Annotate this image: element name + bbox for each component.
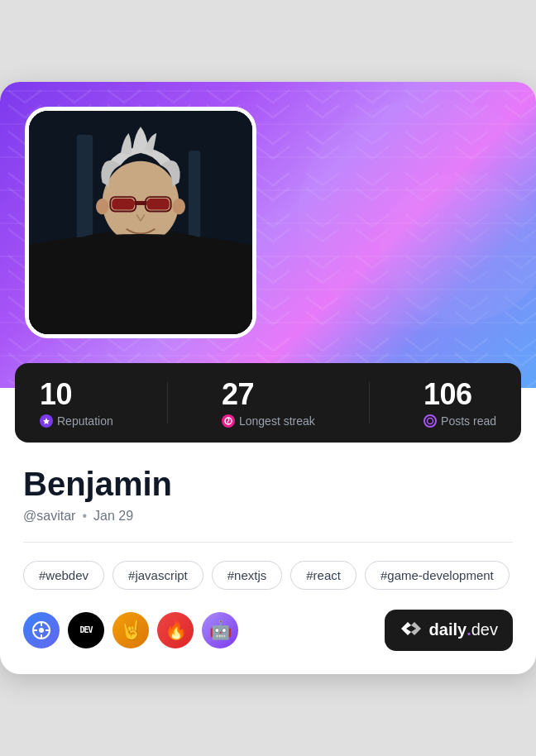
svg-point-15 <box>173 199 185 214</box>
daily-dev-text: daily.dev <box>429 620 498 639</box>
badge-horns: 🤘 <box>112 612 149 648</box>
svg-rect-9 <box>147 199 170 210</box>
hero-banner <box>0 82 536 388</box>
stat-posts: 106 Posts read <box>424 378 496 428</box>
daily-dev-suffix: dev <box>471 620 498 639</box>
posts-icon <box>424 414 437 428</box>
svg-point-14 <box>96 199 108 214</box>
reputation-value: 10 <box>40 378 72 411</box>
reputation-label-text: Reputation <box>57 414 113 428</box>
avatar-image <box>29 111 252 334</box>
reputation-icon <box>40 414 53 428</box>
streak-label: Longest streak <box>222 414 315 428</box>
tag-item[interactable]: #javascript <box>112 561 203 590</box>
svg-point-19 <box>39 628 44 633</box>
profile-divider <box>23 542 513 543</box>
streak-value: 27 <box>222 378 254 411</box>
svg-rect-8 <box>112 199 134 210</box>
svg-rect-5 <box>189 151 200 278</box>
svg-rect-4 <box>77 135 93 279</box>
svg-point-1 <box>298 98 536 330</box>
posts-label-text: Posts read <box>441 414 496 428</box>
badge-crosshair <box>23 612 60 648</box>
stat-divider-1 <box>167 382 168 423</box>
handle-date: @savitar • Jan 29 <box>23 509 513 524</box>
tag-item[interactable]: #nextjs <box>212 561 283 590</box>
separator-dot: • <box>82 509 87 524</box>
user-name: Benjamin <box>23 466 513 502</box>
svg-point-2 <box>380 173 536 322</box>
badge-robot: 🤖 <box>202 612 238 648</box>
tags-section: #webdev#javascript#nextjs#react#game-dev… <box>0 561 536 590</box>
tag-item[interactable]: #webdev <box>23 561 104 590</box>
stats-bar: 10 Reputation 27 Longest streak 106 <box>15 363 521 443</box>
daily-dev-logo: daily.dev <box>385 610 513 651</box>
profile-section: Benjamin @savitar • Jan 29 <box>0 443 536 543</box>
badge-dev: DEV <box>68 612 104 648</box>
posts-value: 106 <box>424 378 472 411</box>
stat-streak: 27 Longest streak <box>222 378 315 428</box>
stat-divider-2 <box>369 382 370 423</box>
badge-flame: 🔥 <box>157 612 194 648</box>
daily-dev-icon <box>400 620 423 641</box>
join-date: Jan 29 <box>93 509 133 524</box>
avatar <box>25 107 256 338</box>
reputation-label: Reputation <box>40 414 113 428</box>
stat-reputation: 10 Reputation <box>40 378 113 428</box>
svg-point-17 <box>428 418 433 423</box>
posts-label: Posts read <box>424 414 496 428</box>
tag-item[interactable]: #react <box>290 561 357 590</box>
badges-section: DEV 🤘 🔥 🤖 <box>23 612 238 648</box>
streak-icon <box>222 414 235 428</box>
footer: DEV 🤘 🔥 🤖 daily.dev <box>0 590 536 674</box>
profile-card: 10 Reputation 27 Longest streak 106 <box>0 82 536 674</box>
streak-label-text: Longest streak <box>239 414 315 428</box>
daily-bold-text: daily <box>429 620 467 639</box>
tag-item[interactable]: #game-development <box>365 561 510 590</box>
user-handle: @savitar <box>23 509 75 524</box>
